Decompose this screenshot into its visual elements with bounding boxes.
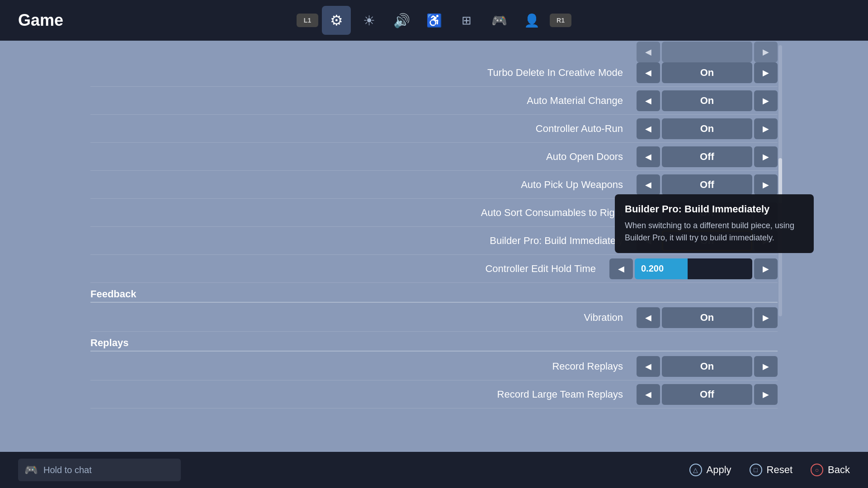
label-auto-pickup: Auto Pick Up Weapons (90, 179, 637, 191)
setting-row-auto-material: Auto Material Change ◀ On ▶ (90, 87, 778, 115)
label-auto-open-doors: Auto Open Doors (90, 151, 637, 163)
tooltip-description: When switching to a different build piec… (625, 220, 804, 244)
chat-controller-icon: 🎮 (24, 464, 38, 476)
arrow-left-auto-pickup[interactable]: ◀ (637, 174, 660, 195)
triangle-icon: △ (689, 464, 702, 476)
label-vibration: Vibration (90, 312, 637, 324)
arrow-left-partial[interactable]: ◀ (637, 42, 660, 62)
value-vibration: On (662, 307, 752, 328)
control-edit-hold-time: ◀ 0.200 ▶ (609, 258, 778, 279)
arrow-left-auto-run[interactable]: ◀ (637, 118, 660, 139)
nav-brightness-icon[interactable]: ☀ (354, 6, 383, 35)
apply-button[interactable]: △ Apply (689, 464, 731, 476)
value-record-replays: On (662, 356, 752, 377)
arrow-right-edit-hold-time[interactable]: ▶ (754, 258, 778, 279)
setting-row-record-replays: Record Replays ◀ On ▶ (90, 352, 778, 380)
arrow-left-edit-hold-time[interactable]: ◀ (609, 258, 633, 279)
label-record-replays: Record Replays (90, 361, 637, 372)
nav-settings-icon[interactable]: ⚙ (322, 6, 351, 35)
nav-network-icon[interactable]: ⊞ (452, 6, 481, 35)
setting-row-turbo-delete: Turbo Delete In Creative Mode ◀ On ▶ (90, 59, 778, 87)
settings-content: ◀ ▶ Turbo Delete In Creative Mode ◀ On ▶… (0, 41, 868, 452)
reset-label: Reset (767, 464, 793, 476)
partial-row-top: ◀ ▶ (90, 45, 778, 59)
arrow-right-auto-material[interactable]: ▶ (754, 90, 778, 111)
bottom-actions-group: △ Apply □ Reset ○ Back (689, 464, 850, 476)
label-auto-sort: Auto Sort Consumables to Right (90, 207, 637, 219)
chat-hold-label: Hold to chat (43, 465, 92, 475)
nav-accessibility-icon[interactable]: ♿ (420, 6, 448, 35)
tooltip-builder-pro: Builder Pro: Build Immediately When swit… (615, 194, 814, 253)
control-auto-pickup: ◀ Off ▶ (637, 174, 778, 195)
label-edit-hold-time: Controller Edit Hold Time (90, 263, 609, 275)
value-record-large-team: Off (662, 384, 752, 405)
arrow-right-auto-pickup[interactable]: ▶ (754, 174, 778, 195)
arrow-right-vibration[interactable]: ▶ (754, 307, 778, 328)
nav-icon-group: L1 ⚙ ☀ 🔊 ♿ ⊞ 🎮 👤 R1 (297, 6, 571, 35)
label-auto-run: Controller Auto-Run (90, 123, 637, 135)
value-auto-pickup: Off (662, 174, 752, 195)
apply-label: Apply (707, 464, 731, 476)
arrow-right-partial[interactable]: ▶ (754, 42, 778, 62)
l1-badge-item[interactable]: L1 (297, 14, 318, 27)
slider-edit-hold-time[interactable]: 0.200 (635, 258, 752, 279)
square-icon: □ (750, 464, 762, 476)
circle-icon: ○ (811, 464, 823, 476)
section-header-feedback: Feedback (90, 283, 778, 303)
arrow-left-vibration[interactable]: ◀ (637, 307, 660, 328)
nav-controller-icon[interactable]: 🎮 (485, 6, 514, 35)
setting-row-auto-run: Controller Auto-Run ◀ On ▶ (90, 115, 778, 143)
page-title: Game (18, 11, 63, 30)
value-turbo-delete: On (662, 62, 752, 83)
control-auto-material: ◀ On ▶ (637, 90, 778, 111)
control-auto-open-doors: ◀ Off ▶ (637, 146, 778, 167)
bottom-bar: 🎮 Hold to chat △ Apply □ Reset ○ Back (0, 452, 868, 488)
top-navigation-bar: Game L1 ⚙ ☀ 🔊 ♿ ⊞ 🎮 👤 (0, 0, 868, 41)
control-record-replays: ◀ On ▶ (637, 356, 778, 377)
back-label: Back (828, 464, 850, 476)
label-turbo-delete: Turbo Delete In Creative Mode (90, 67, 637, 79)
scrollbar[interactable] (778, 45, 782, 316)
setting-row-auto-open-doors: Auto Open Doors ◀ Off ▶ (90, 143, 778, 171)
back-button[interactable]: ○ Back (811, 464, 850, 476)
arrow-left-record-replays[interactable]: ◀ (637, 356, 660, 377)
setting-row-vibration: Vibration ◀ On ▶ (90, 304, 778, 332)
nav-account-icon[interactable]: 👤 (517, 6, 546, 35)
chat-hold-area[interactable]: 🎮 Hold to chat (18, 459, 181, 481)
section-header-replays: Replays (90, 332, 778, 352)
setting-row-edit-hold-time: Controller Edit Hold Time ◀ 0.200 ▶ (90, 255, 778, 283)
arrow-left-record-large-team[interactable]: ◀ (637, 384, 660, 405)
arrow-right-auto-run[interactable]: ▶ (754, 118, 778, 139)
arrow-right-record-large-team[interactable]: ▶ (754, 384, 778, 405)
setting-row-record-large-team: Record Large Team Replays ◀ Off ▶ (90, 380, 778, 408)
label-auto-material: Auto Material Change (90, 95, 637, 107)
value-auto-open-doors: Off (662, 146, 752, 167)
label-record-large-team: Record Large Team Replays (90, 389, 637, 400)
value-partial (662, 42, 752, 62)
control-record-large-team: ◀ Off ▶ (637, 384, 778, 405)
arrow-left-auto-open-doors[interactable]: ◀ (637, 146, 660, 167)
value-auto-material: On (662, 90, 752, 111)
control-auto-run: ◀ On ▶ (637, 118, 778, 139)
arrow-left-auto-material[interactable]: ◀ (637, 90, 660, 111)
nav-audio-icon[interactable]: 🔊 (387, 6, 416, 35)
value-auto-run: On (662, 118, 752, 139)
arrow-right-record-replays[interactable]: ▶ (754, 356, 778, 377)
reset-button[interactable]: □ Reset (750, 464, 793, 476)
label-builder-pro: Builder Pro: Build Immediately (90, 235, 637, 247)
tooltip-title: Builder Pro: Build Immediately (625, 203, 804, 215)
arrow-right-turbo-delete[interactable]: ▶ (754, 62, 778, 83)
control-turbo-delete: ◀ On ▶ (637, 62, 778, 83)
control-vibration: ◀ On ▶ (637, 307, 778, 328)
arrow-left-turbo-delete[interactable]: ◀ (637, 62, 660, 83)
arrow-right-auto-open-doors[interactable]: ▶ (754, 146, 778, 167)
r1-badge-item[interactable]: R1 (550, 14, 571, 27)
